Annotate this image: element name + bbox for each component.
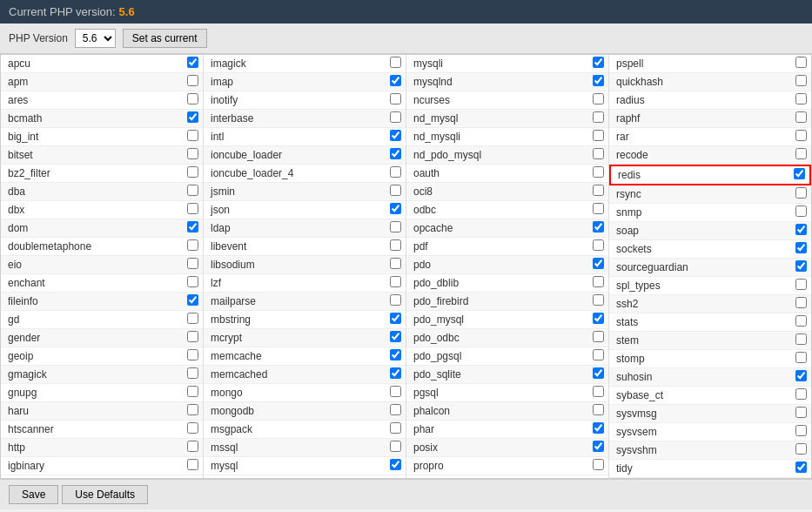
ext-checkbox-gnupg[interactable]	[187, 386, 198, 397]
ext-checkbox-mysqlnd[interactable]	[593, 75, 604, 86]
ext-checkbox-imap[interactable]	[390, 75, 401, 86]
ext-checkbox-bz2_filter[interactable]	[187, 166, 198, 178]
ext-checkbox-opcache[interactable]	[593, 221, 604, 232]
ext-name-pdo_mysql: pdo_mysql	[406, 313, 587, 326]
ext-checkbox-ioncube_loader_4[interactable]	[390, 166, 401, 178]
ext-checkbox-mbstring[interactable]	[390, 313, 401, 324]
ext-checkbox-sourceguardian[interactable]	[795, 260, 807, 272]
ext-checkbox-inotify[interactable]	[390, 93, 401, 104]
ext-checkbox-apcu[interactable]	[187, 57, 198, 68]
ext-checkbox-msgpack[interactable]	[390, 422, 401, 434]
ext-checkbox-interbase[interactable]	[390, 111, 401, 123]
ext-checkbox-intl[interactable]	[390, 130, 401, 141]
ext-checkbox-dbx[interactable]	[187, 203, 198, 214]
ext-checkbox-big_int[interactable]	[187, 130, 198, 141]
ext-checkbox-htscanner[interactable]	[187, 422, 198, 434]
ext-checkbox-doublemetaphone[interactable]	[187, 239, 198, 251]
ext-checkbox-lzf[interactable]	[390, 276, 401, 287]
ext-checkbox-quickhash[interactable]	[795, 75, 807, 86]
ext-checkbox-rsync[interactable]	[795, 187, 807, 199]
ext-checkbox-libsodium[interactable]	[390, 258, 401, 269]
ext-checkbox-redis[interactable]	[794, 168, 805, 179]
ext-checkbox-nd_mysql[interactable]	[593, 111, 604, 123]
ext-checkbox-mysql[interactable]	[390, 459, 401, 470]
ext-checkbox-sysvshm[interactable]	[795, 443, 807, 455]
ext-checkbox-ssh2[interactable]	[795, 297, 807, 308]
ext-checkbox-http[interactable]	[187, 441, 198, 452]
ext-checkbox-bitset[interactable]	[187, 148, 198, 159]
ext-checkbox-dba[interactable]	[187, 185, 198, 196]
ext-checkbox-fileinfo[interactable]	[187, 294, 198, 306]
ext-checkbox-pdo_firebird[interactable]	[593, 294, 604, 306]
ext-checkbox-sockets[interactable]	[795, 242, 807, 253]
ext-checkbox-oauth[interactable]	[593, 166, 604, 178]
ext-checkbox-mongodb[interactable]	[390, 404, 401, 415]
ext-checkbox-memcache[interactable]	[390, 349, 401, 360]
ext-checkbox-jsmin[interactable]	[390, 185, 401, 196]
ext-checkbox-rar[interactable]	[795, 130, 807, 141]
ext-checkbox-nd_mysqli[interactable]	[593, 130, 604, 141]
ext-checkbox-pdf[interactable]	[593, 239, 604, 251]
ext-checkbox-ldap[interactable]	[390, 221, 401, 232]
ext-checkbox-pdo_pgsql[interactable]	[593, 349, 604, 360]
ext-checkbox-pdo_sqlite[interactable]	[593, 367, 604, 379]
ext-name-gd: gd	[1, 313, 182, 326]
ext-checkbox-odbc[interactable]	[593, 203, 604, 214]
ext-checkbox-gmagick[interactable]	[187, 367, 198, 379]
ext-checkbox-stomp[interactable]	[795, 352, 807, 363]
ext-checkbox-igbinary[interactable]	[187, 459, 198, 470]
ext-checkbox-eio[interactable]	[187, 258, 198, 269]
ext-checkbox-mongo[interactable]	[390, 386, 401, 397]
ext-checkbox-sybase_ct[interactable]	[795, 388, 807, 400]
ext-checkbox-pdo_mysql[interactable]	[593, 313, 604, 324]
ext-checkbox-gender[interactable]	[187, 331, 198, 342]
ext-checkbox-mcrypt[interactable]	[390, 331, 401, 342]
ext-checkbox-posix[interactable]	[593, 441, 604, 452]
php-version-select[interactable]: 5.67.07.17.27.37.48.0	[75, 29, 116, 48]
ext-checkbox-bcmath[interactable]	[187, 111, 198, 123]
ext-checkbox-ncurses[interactable]	[593, 93, 604, 104]
ext-checkbox-sysvmsg[interactable]	[795, 407, 807, 418]
ext-checkbox-propro[interactable]	[593, 459, 604, 470]
ext-checkbox-nd_pdo_mysql[interactable]	[593, 148, 604, 159]
ext-checkbox-spl_types[interactable]	[795, 279, 807, 290]
ext-checkbox-geoip[interactable]	[187, 349, 198, 360]
ext-checkbox-tidy[interactable]	[795, 461, 807, 473]
ext-checkbox-gd[interactable]	[187, 313, 198, 324]
ext-checkbox-stem[interactable]	[795, 333, 807, 345]
ext-checkbox-radius[interactable]	[795, 93, 807, 104]
ext-checkbox-raphf[interactable]	[795, 111, 807, 123]
ext-checkbox-pdo_odbc[interactable]	[593, 331, 604, 342]
ext-checkbox-oci8[interactable]	[593, 185, 604, 196]
save-button[interactable]: Save	[9, 485, 58, 504]
ext-checkbox-phar[interactable]	[593, 422, 604, 434]
ext-checkbox-stats[interactable]	[795, 315, 807, 327]
ext-checkbox-ioncube_loader[interactable]	[390, 148, 401, 159]
set-current-button[interactable]: Set as current	[123, 29, 207, 48]
ext-checkbox-apm[interactable]	[187, 75, 198, 86]
ext-checkbox-enchant[interactable]	[187, 276, 198, 287]
ext-checkbox-haru[interactable]	[187, 404, 198, 415]
ext-checkbox-ares[interactable]	[187, 93, 198, 104]
ext-checkbox-sysvsem[interactable]	[795, 425, 807, 436]
ext-checkbox-suhosin[interactable]	[795, 370, 807, 381]
ext-cb-tidy	[790, 461, 811, 475]
ext-checkbox-pspell[interactable]	[795, 57, 807, 68]
ext-checkbox-memcached[interactable]	[390, 367, 401, 379]
ext-checkbox-phalcon[interactable]	[593, 404, 604, 415]
ext-checkbox-mssql[interactable]	[390, 441, 401, 452]
ext-checkbox-pdo_dblib[interactable]	[593, 276, 604, 287]
ext-checkbox-dom[interactable]	[187, 221, 198, 232]
ext-checkbox-snmp[interactable]	[795, 205, 807, 217]
ext-checkbox-json[interactable]	[390, 203, 401, 214]
ext-checkbox-recode[interactable]	[795, 148, 807, 159]
ext-checkbox-imagick[interactable]	[390, 57, 401, 68]
ext-checkbox-mailparse[interactable]	[390, 294, 401, 306]
ext-checkbox-pdo[interactable]	[593, 258, 604, 269]
ext-checkbox-mysqli[interactable]	[593, 57, 604, 68]
ext-checkbox-pgsql[interactable]	[593, 386, 604, 397]
use-defaults-button[interactable]: Use Defaults	[62, 485, 148, 504]
ext-row-sysvshm: sysvshm	[609, 441, 811, 460]
ext-checkbox-libevent[interactable]	[390, 239, 401, 251]
ext-checkbox-soap[interactable]	[795, 224, 807, 235]
